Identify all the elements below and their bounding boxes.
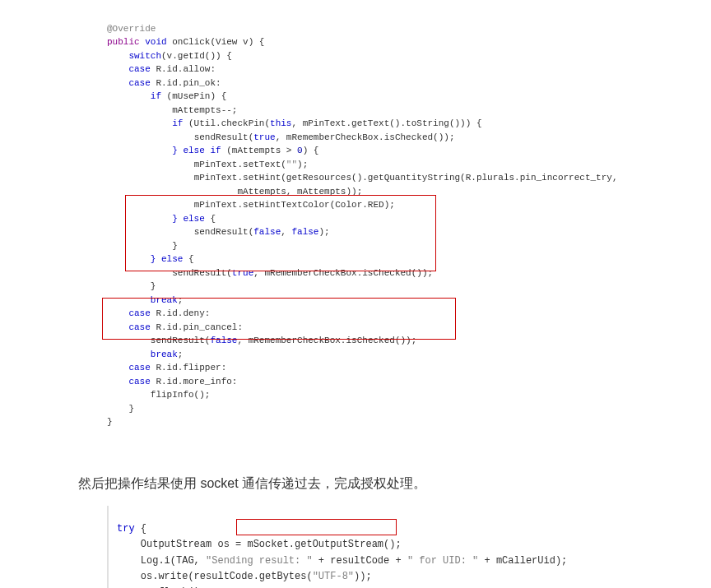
keyword-else-if: } else if <box>172 146 221 155</box>
code-text: , mRememberCheckBox.isChecked()); <box>253 268 433 278</box>
keyword-case: case <box>128 377 150 387</box>
keyword-void: void <box>145 37 166 47</box>
code-text: Log.i(TAG, <box>141 555 206 567</box>
code-text: R.id.pin_cancel: <box>151 322 243 332</box>
code-text: (v.getId()) { <box>161 51 232 61</box>
string: " for UID: " <box>407 555 478 567</box>
code-text: , <box>281 227 291 237</box>
keyword-case: case <box>128 363 150 373</box>
keyword-case: case <box>128 308 150 318</box>
highlight-box-getoutputstream <box>236 519 397 535</box>
code-text: flipInfo(); <box>151 390 211 400</box>
keyword-break: break <box>151 295 178 305</box>
code-text: mPinText.setHint(getResources().getQuant… <box>194 173 618 183</box>
keyword-if: if <box>151 91 161 101</box>
code-text: mPinText.setHintTextColor(Color.RED); <box>194 200 395 210</box>
keyword-true: true <box>232 268 253 278</box>
code-text: (mUsePin) { <box>161 91 226 101</box>
code-block-socket: try { OutputStream os = mSocket.getOutpu… <box>107 506 711 588</box>
code-text: OutputStream os = mSocket.getOutputStrea… <box>141 539 402 550</box>
keyword-if: if <box>172 118 183 128</box>
code-text: sendResult( <box>151 336 211 345</box>
code-text: R.id.more_info: <box>151 377 238 387</box>
keyword-break: break <box>151 350 178 359</box>
code-text: (mAttempts > <box>221 146 297 155</box>
keyword-this: this <box>270 118 291 128</box>
code-text: , mRememberCheckBox.isChecked()); <box>237 336 416 345</box>
code-text: ); <box>297 160 308 169</box>
keyword-else: } else <box>172 214 205 224</box>
code-text: } <box>128 404 134 414</box>
string: "Sending result: " <box>206 555 313 567</box>
keyword-case: case <box>128 64 150 74</box>
code-text: { <box>205 214 216 224</box>
code-text: R.id.flipper: <box>151 363 226 373</box>
string: "UTF-8" <box>313 571 354 582</box>
code-text: { <box>135 523 146 535</box>
annotation: @Override <box>107 24 156 34</box>
paragraph-socket-description: 然后把操作结果使用 socket 通信传递过去，完成授权处理。 <box>78 473 711 494</box>
keyword-else: } else <box>151 254 184 264</box>
code-text: ) { <box>303 146 319 155</box>
keyword-try: try <box>117 523 135 535</box>
code-text: } <box>172 241 178 251</box>
code-text: onClick(View v) { <box>167 37 265 47</box>
keyword-true: true <box>253 132 275 142</box>
keyword-false: false <box>253 227 281 237</box>
code-text: + resultCode + <box>313 555 407 567</box>
keyword-case: case <box>128 78 150 88</box>
code-text: R.id.allow: <box>151 64 216 74</box>
code-text: ; <box>178 350 184 359</box>
code-text: mPinText.setText( <box>194 160 286 169</box>
code-text: } <box>151 281 156 291</box>
code-text: } <box>107 417 113 427</box>
code-text: + mCallerUid); <box>478 555 567 567</box>
code-text: { <box>183 254 193 264</box>
code-text: ; <box>178 295 184 305</box>
code-block-onclick: @Override public void onClick(View v) { … <box>107 8 711 456</box>
keyword-public: public <box>107 37 140 47</box>
code-text: )); <box>354 571 372 582</box>
code-text: mAttempts, mAttempts)); <box>237 187 362 197</box>
code-text: , mPinText.getText().toString())) { <box>291 118 481 128</box>
code-text: , mRememberCheckBox.isChecked()); <box>276 132 455 142</box>
code-text: sendResult( <box>172 268 232 278</box>
keyword-false: false <box>210 336 237 345</box>
keyword-false: false <box>291 227 318 237</box>
code-text: mAttempts--; <box>172 105 237 115</box>
code-text: (Util.checkPin( <box>183 118 270 128</box>
number: 0 <box>297 146 303 155</box>
code-text: os.write(resultCode.getBytes( <box>141 571 313 582</box>
code-text: R.id.deny: <box>151 308 211 318</box>
code-text: sendResult( <box>194 132 254 142</box>
string: "" <box>286 160 297 169</box>
code-text: ); <box>318 227 329 237</box>
keyword-switch: switch <box>128 51 161 61</box>
code-text: sendResult( <box>194 227 254 237</box>
code-text: R.id.pin_ok: <box>151 78 221 88</box>
keyword-case: case <box>128 322 150 332</box>
